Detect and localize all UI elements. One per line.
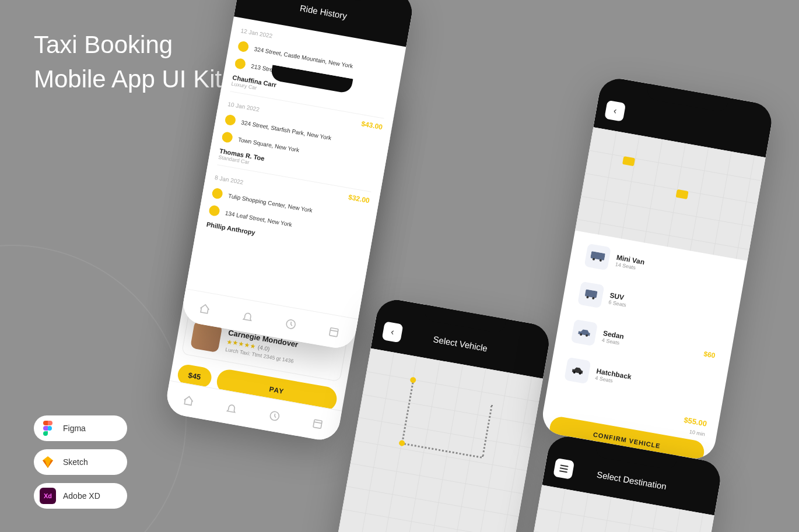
menu-line: [559, 470, 567, 473]
header-title: Ride History: [299, 2, 348, 20]
car-marker-icon: [676, 189, 689, 199]
history-date: 10 Jan 2022: [227, 101, 260, 112]
route-line: [482, 405, 493, 457]
bell-icon[interactable]: [241, 309, 254, 323]
svg-point-0: [47, 426, 52, 431]
history-list: 12 Jan 2022 324 Street, Castle Mountain,…: [196, 16, 406, 260]
route-line: [401, 442, 482, 458]
history-date: 8 Jan 2022: [215, 174, 244, 185]
map[interactable]: Indignation Car Manuel Prevents Lux Car …: [317, 348, 543, 532]
dropoff-icon: [221, 131, 233, 143]
sedan-icon: [571, 319, 598, 346]
tool-label: Adobe XD: [63, 491, 100, 501]
svg-rect-2: [313, 419, 322, 428]
pickup-icon: [225, 114, 237, 126]
tool-label: Figma: [63, 424, 86, 433]
home-icon[interactable]: [181, 394, 195, 407]
tool-badge-sketch: Sketch: [34, 449, 127, 475]
dropoff-icon: [234, 58, 247, 70]
figma-icon: [40, 420, 56, 436]
vehicle-list: Mini Van14 Seats SUV6 Seats Sedan4 Seats…: [546, 231, 747, 422]
clock-icon[interactable]: [284, 317, 297, 330]
route-line: [401, 379, 414, 443]
dropoff-icon: [208, 205, 220, 217]
pickup-icon: [237, 41, 250, 53]
sketch-icon: [40, 454, 56, 470]
route-dot: [409, 376, 416, 383]
rating-value: (4.0): [257, 344, 270, 352]
menu-button[interactable]: [553, 458, 574, 480]
calendar-icon[interactable]: [327, 325, 341, 338]
route-dot: [398, 440, 405, 447]
menu-line: [560, 467, 568, 470]
header-title: Select Vehicle: [433, 334, 489, 353]
vehicle-price: $60: [703, 350, 716, 360]
svg-rect-4: [329, 327, 338, 336]
header-title: Select Destination: [596, 469, 667, 491]
menu-line: [560, 464, 569, 467]
pickup-icon: [211, 188, 223, 200]
tool-badge-xd: Xd Adobe XD: [34, 483, 127, 509]
calendar-icon[interactable]: [311, 417, 324, 430]
tool-label: Sketch: [63, 457, 88, 467]
title-line-2: Mobile App UI Kit: [34, 62, 222, 97]
tool-badge-figma: Figma: [34, 415, 127, 441]
title-line-1: Taxi Booking: [34, 28, 222, 62]
back-button[interactable]: ‹: [381, 321, 403, 343]
minivan-icon: [584, 244, 611, 270]
page-title: Taxi Booking Mobile App UI Kit: [34, 28, 222, 97]
phones-container: ‹ Payment TAXI TAXI TAXI TAXI Carnegie M…: [134, 0, 799, 532]
hatchback-icon: [564, 357, 591, 384]
car-marker-icon: [622, 156, 635, 166]
home-icon[interactable]: [198, 302, 211, 315]
xd-icon: Xd: [40, 488, 56, 504]
bell-icon[interactable]: [225, 401, 238, 415]
phone-vehicles: ‹ Mini Van14 Seats SUV6 Seats Sedan4 Sea…: [539, 76, 775, 462]
suv-icon: [577, 281, 604, 308]
clock-icon[interactable]: [268, 409, 281, 422]
back-button[interactable]: ‹: [604, 100, 626, 122]
tool-badges: Figma Sketch Xd Adobe XD: [34, 415, 127, 509]
